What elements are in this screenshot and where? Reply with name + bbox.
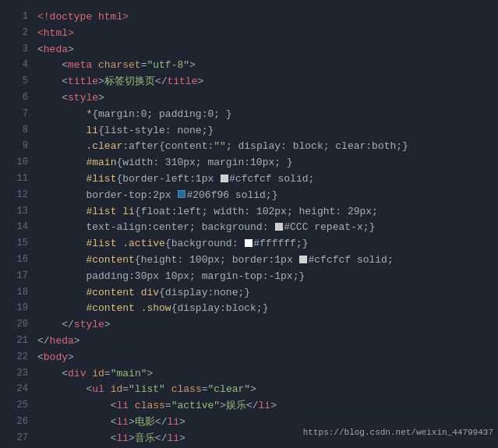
line-content: border-top:2px #206f96 solid;} — [37, 188, 492, 204]
code-line: 4 <meta charset="utf-8"> — [0, 58, 498, 74]
line-number: 15 — [6, 236, 28, 251]
token: > — [74, 335, 80, 347]
token: {display:block;} — [171, 302, 269, 314]
token: li — [259, 400, 271, 411]
token: > — [98, 76, 104, 87]
token: #list — [86, 173, 116, 185]
token: :after{content: — [122, 140, 214, 152]
token: #content .show — [86, 302, 171, 314]
token: div — [68, 368, 92, 379]
line-number: 16 — [6, 252, 28, 267]
line-content: text-align:center; background: #CCC repe… — [37, 220, 492, 236]
line-content: #main{width: 310px; margin:10px; } — [37, 155, 492, 171]
token: </ — [62, 319, 74, 330]
line-number: 24 — [6, 382, 28, 397]
token: padding:30px 10px; margin-top:-1px;} — [86, 270, 305, 282]
code-line: 11 #list{border-left:1px #cfcfcf solid; — [0, 171, 498, 188]
line-number: 8 — [6, 123, 28, 138]
token: "active" — [171, 400, 220, 411]
line-number: 19 — [6, 301, 28, 316]
token: > — [129, 432, 135, 444]
token: > — [270, 400, 277, 411]
token: </ — [37, 335, 50, 347]
token: li — [116, 416, 129, 428]
token — [37, 400, 111, 411]
code-line: 23 <div id="main"> — [0, 366, 498, 383]
token — [37, 383, 86, 395]
token: "clear" — [208, 383, 251, 395]
watermark: https://blog.csdn.net/weixin_44799437 — [298, 425, 498, 442]
token: charset — [98, 59, 141, 71]
line-number: 20 — [6, 317, 28, 332]
token: < — [37, 351, 44, 363]
code-line: 15 #list .active{background: #ffffff;} — [0, 236, 498, 252]
token: {margin:0; padding:0; } — [92, 108, 231, 120]
token: {background: — [165, 238, 244, 249]
token — [37, 206, 86, 217]
token: < — [37, 44, 44, 55]
color-swatch — [299, 256, 307, 263]
token: <!doctype html> — [37, 11, 129, 23]
token: li — [86, 125, 98, 136]
token: < — [62, 368, 68, 379]
token — [37, 140, 86, 152]
token: body — [44, 351, 68, 363]
token — [37, 432, 111, 444]
token: "main" — [111, 368, 147, 379]
token: < — [62, 76, 68, 87]
token: {border-left:1px — [116, 173, 220, 185]
token: > — [68, 44, 74, 55]
token — [37, 173, 86, 185]
line-number: 7 — [6, 107, 28, 122]
line-content: .clear:after{content:""; display: block;… — [37, 139, 492, 155]
token: id — [92, 368, 104, 379]
token — [37, 76, 62, 87]
token: #content div — [86, 287, 159, 298]
token: </ — [246, 400, 259, 411]
line-content: padding:30px 10px; margin-top:-1px;} — [37, 269, 492, 285]
token: style — [74, 319, 104, 330]
line-content: <body> — [37, 350, 492, 366]
token: class — [171, 383, 202, 395]
token: ; display: block; clear:both;} — [226, 140, 408, 152]
token: > — [179, 432, 185, 444]
line-content: </heda> — [37, 333, 492, 350]
token — [37, 189, 86, 201]
line-content: <heda> — [37, 42, 492, 58]
token: li — [116, 432, 129, 444]
token: #ffffff;} — [253, 238, 308, 249]
color-swatch — [178, 190, 185, 198]
line-number: 25 — [6, 398, 28, 413]
line-content: #list .active{background: #ffffff;} — [37, 236, 492, 252]
line-content: li{list-style: none;} — [37, 123, 492, 139]
token: li — [167, 416, 179, 428]
line-number: 18 — [6, 285, 28, 300]
token: style — [68, 92, 98, 104]
code-line: 8 li{list-style: none;} — [0, 123, 498, 139]
token: = — [104, 368, 111, 379]
token: ul — [92, 383, 110, 395]
line-number: 17 — [6, 269, 28, 284]
code-line: 10 #main{width: 310px; margin:10px; } — [0, 155, 498, 171]
token: > — [147, 368, 153, 379]
line-number: 14 — [6, 220, 28, 235]
token: {height: 100px; border:1px — [135, 254, 299, 266]
token — [37, 238, 86, 249]
token — [37, 368, 62, 379]
line-content: <meta charset="utf-8"> — [37, 58, 492, 74]
token: border-top:2px — [86, 189, 177, 201]
line-number: 26 — [6, 414, 28, 429]
token: 音乐 — [135, 432, 155, 444]
token: > — [104, 319, 111, 330]
code-line: 18 #content div{display:none;} — [0, 285, 498, 302]
line-number: 13 — [6, 204, 28, 219]
token — [37, 221, 86, 233]
line-content: #content div{display:none;} — [37, 285, 492, 302]
line-number: 23 — [6, 366, 28, 381]
token: #CCC repeat-x;} — [284, 221, 375, 233]
code-line: 24 <ul id="list" class="clear"> — [0, 382, 498, 398]
token: > — [129, 416, 135, 428]
line-number: 1 — [6, 9, 28, 24]
code-line: 19 #content .show{display:block;} — [0, 301, 498, 317]
token: class — [135, 400, 165, 411]
